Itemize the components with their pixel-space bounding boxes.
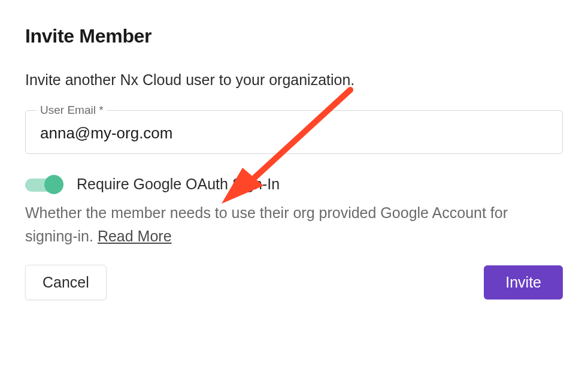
email-field-wrapper: User Email *: [25, 110, 563, 154]
oauth-toggle[interactable]: [25, 177, 62, 192]
actions-row: Cancel Invite: [25, 265, 563, 300]
oauth-toggle-row: Require Google OAuth Sign-In: [25, 176, 563, 193]
dialog-title: Invite Member: [25, 25, 563, 47]
invite-button[interactable]: Invite: [484, 265, 563, 300]
email-field-label: User Email *: [37, 104, 107, 117]
cancel-button[interactable]: Cancel: [25, 265, 107, 300]
helper-text: Whether the member needs to use their or…: [25, 201, 563, 248]
toggle-thumb: [44, 175, 63, 194]
email-field[interactable]: [40, 124, 548, 143]
oauth-toggle-label: Require Google OAuth Sign-In: [77, 176, 280, 193]
dialog-description: Invite another Nx Cloud user to your org…: [25, 71, 563, 89]
read-more-link[interactable]: Read More: [98, 228, 172, 244]
